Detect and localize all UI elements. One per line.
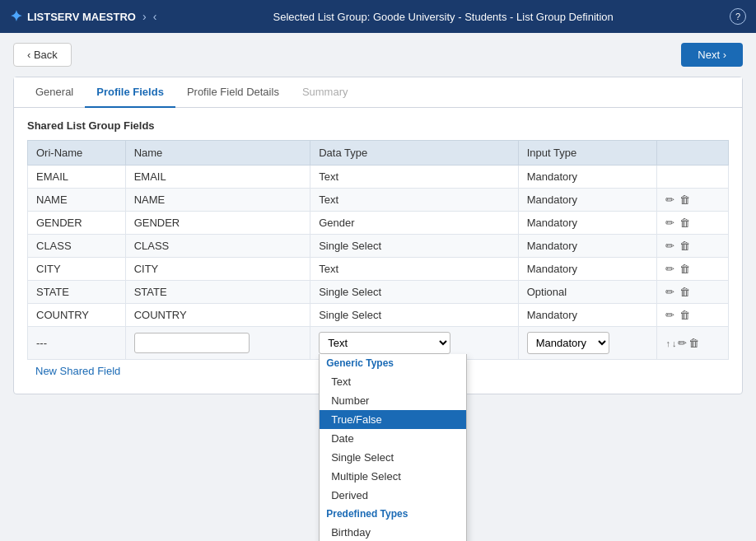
edit-icon[interactable]: ✏ [665,263,674,275]
mandatory-select[interactable]: Mandatory Optional [527,332,609,354]
top-navigation: ✦ LISTSERV MAESTRO › ‹ Selected List Gro… [0,0,756,33]
logo-star-icon: ✦ [10,7,22,26]
cell-new-data-type[interactable]: Text Generic Types Text Number True/Fals… [310,327,518,360]
cell-name: COUNTRY [125,304,310,327]
col-ori-name: Ori-Name [28,141,126,166]
cell-new-input-type[interactable]: Mandatory Optional [518,327,657,360]
cell-data-type: Text [310,166,518,189]
delete-icon[interactable]: 🗑 [679,263,690,275]
col-name: Name [125,141,310,166]
delete-icon[interactable]: 🗑 [679,286,690,298]
move-up-icon[interactable]: ↑ [665,338,670,348]
dropdown-item-birthday[interactable]: Birthday [320,523,466,541]
nav-forward-icon[interactable]: › [142,10,147,23]
cell-data-type: Single Select [310,281,518,304]
cell-input-type: Mandatory [518,304,657,327]
cell-ori-name: COUNTRY [28,304,126,327]
cell-new-name[interactable] [125,327,310,360]
back-button[interactable]: ‹ Back [13,43,72,67]
cell-ori-name: CITY [28,258,126,281]
tabs-bar: General Profile Fields Profile Field Det… [14,77,742,108]
edit-icon[interactable]: ✏ [665,286,674,298]
edit-icon[interactable]: ✏ [665,217,674,229]
cell-actions: ✏🗑 [657,189,729,212]
generic-types-label: Generic Types [320,354,466,372]
dropdown-item-derived[interactable]: Derived [320,486,466,505]
cell-input-type: Mandatory [518,258,657,281]
panel-content: Shared List Group Fields Ori-Name Name D… [14,108,742,394]
content-area: ‹ Back Next › General Profile Fields Pro… [0,33,756,541]
predefined-types-label: Predefined Types [320,505,466,523]
dropdown-item-date[interactable]: Date [320,429,466,448]
cell-name: CITY [125,258,310,281]
edit-icon[interactable]: ✏ [665,309,674,321]
delete-icon[interactable]: 🗑 [679,309,690,321]
edit-icon[interactable]: ✏ [665,194,674,206]
cell-ori-name: NAME [28,189,126,212]
nav-left: ✦ LISTSERV MAESTRO › ‹ [10,7,156,26]
section-title: Shared List Group Fields [27,119,729,132]
new-name-input[interactable] [134,333,250,353]
cell-actions: ✏🗑 [657,304,729,327]
cell-data-type: Text [310,258,518,281]
delete-icon[interactable]: 🗑 [679,240,690,252]
cell-name: CLASS [125,235,310,258]
dropdown-overlay: Generic Types Text Number True/False Dat… [319,354,467,541]
new-field-row: --- Text Generic Types Text Number True/… [28,327,729,360]
data-type-dropdown-container: Text Generic Types Text Number True/Fals… [319,332,509,354]
edit-row-icon[interactable]: ✏ [678,337,687,349]
nav-buttons-row: ‹ Back Next › [13,43,743,67]
main-panel: General Profile Fields Profile Field Det… [13,77,743,394]
cell-data-type: Text [310,189,518,212]
dropdown-item-single-select[interactable]: Single Select [320,448,466,467]
cell-data-type: Single Select [310,235,518,258]
cell-data-type: Single Select [310,304,518,327]
dropdown-item-number[interactable]: Number [320,391,466,410]
edit-icon[interactable]: ✏ [665,240,674,252]
dropdown-item-truefalse[interactable]: True/False [320,410,466,429]
cell-name: GENDER [125,212,310,235]
cell-new-actions: ↑ ↓ ✏ 🗑 [657,327,729,360]
cell-actions: ✏🗑 [657,281,729,304]
tab-summary: Summary [291,77,360,108]
cell-ori-name: GENDER [28,212,126,235]
dropdown-item-text[interactable]: Text [320,372,466,391]
next-button[interactable]: Next › [681,43,743,67]
table-row: CLASSCLASSSingle SelectMandatory✏🗑 [28,235,729,258]
data-type-select[interactable]: Text [319,332,450,354]
table-row: CITYCITYTextMandatory✏🗑 [28,258,729,281]
cell-name: STATE [125,281,310,304]
cell-ori-name: STATE [28,281,126,304]
tab-profile-fields[interactable]: Profile Fields [85,77,175,108]
table-row: NAMENAMETextMandatory✏🗑 [28,189,729,212]
cell-ori-name: CLASS [28,235,126,258]
tab-general[interactable]: General [24,77,85,108]
delete-row-icon[interactable]: 🗑 [688,337,699,349]
tab-profile-field-details[interactable]: Profile Field Details [175,77,291,108]
page-title: Selected List Group: Goode University - … [156,11,730,23]
move-icons: ↑ ↓ ✏ 🗑 [665,337,720,349]
col-actions [657,141,729,166]
new-shared-field-link[interactable]: New Shared Field [27,360,128,382]
cell-ori-name: EMAIL [28,166,126,189]
dropdown-item-multiple-select[interactable]: Multiple Select [320,467,466,486]
app-logo: ✦ LISTSERV MAESTRO [10,7,136,26]
cell-new-ori-name: --- [28,327,126,360]
cell-name: NAME [125,189,310,212]
cell-actions: ✏🗑 [657,258,729,281]
help-button[interactable]: ? [730,8,746,25]
cell-input-type: Mandatory [518,166,657,189]
cell-input-type: Optional [518,281,657,304]
cell-input-type: Mandatory [518,212,657,235]
delete-icon[interactable]: 🗑 [679,194,690,206]
cell-actions [657,166,729,189]
cell-actions: ✏🗑 [657,235,729,258]
table-row: EMAILEMAILTextMandatory [28,166,729,189]
fields-table: Ori-Name Name Data Type Input Type EMAIL… [27,140,729,360]
delete-icon[interactable]: 🗑 [679,217,690,229]
table-row: COUNTRYCOUNTRYSingle SelectMandatory✏🗑 [28,304,729,327]
table-row: STATESTATESingle SelectOptional✏🗑 [28,281,729,304]
col-input-type: Input Type [518,141,657,166]
cell-data-type: Gender [310,212,518,235]
move-down-icon[interactable]: ↓ [672,338,677,348]
